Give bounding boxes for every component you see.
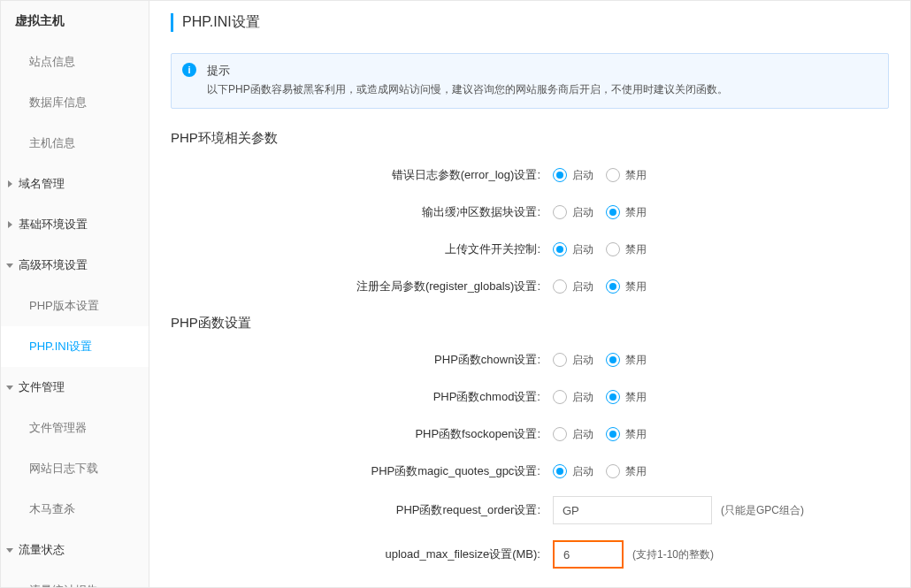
sidebar-parent-4[interactable]: 基础环境设置 [1,204,149,245]
sidebar-item-9[interactable]: 文件管理器 [1,408,149,448]
sidebar-title: 虚拟主机 [1,1,149,42]
radio-circle-icon [606,464,620,478]
sidebar-item-label: 流量状态 [19,543,65,556]
func-3-label: PHP函数magic_quotes_gpc设置: [171,463,553,479]
func-3-radio-on[interactable]: 启动 [553,464,593,479]
radio-label: 禁用 [625,464,647,479]
env-0-label: 错误日志参数(error_log)设置: [171,167,553,183]
hint-text: 以下PHP函数容易被黑客利用，或造成网站访问慢，建议咨询您的网站服务商后开启，不… [207,82,876,97]
env-1-radio-off[interactable]: 禁用 [606,205,647,220]
env-3-label: 注册全局参数(register_globals)设置: [171,279,553,294]
radio-circle-icon [553,464,567,478]
radio-label: 启动 [572,390,593,405]
env-0-radio-group: 启动禁用 [553,168,647,183]
func-2-radio-off[interactable]: 禁用 [606,427,647,442]
func-0-row: PHP函数chown设置:启动禁用 [171,347,889,372]
radio-label: 禁用 [625,279,647,294]
sidebar-item-label: 基础环境设置 [19,218,88,231]
sidebar-item-1[interactable]: 数据库信息 [1,82,149,123]
section-func-title: PHP函数设置 [171,315,889,332]
env-2-row: 上传文件开关控制:启动禁用 [171,237,889,262]
upload-max-input[interactable] [553,540,624,569]
request-order-row: PHP函数request_order设置: (只能是GPC组合) [171,496,889,524]
func-3-row: PHP函数magic_quotes_gpc设置:启动禁用 [171,459,889,484]
env-2-label: 上传文件开关控制: [171,241,553,257]
env-1-radio-on[interactable]: 启动 [553,205,593,220]
radio-label: 启动 [572,168,593,183]
env-3-radio-off[interactable]: 禁用 [606,279,647,294]
sidebar-item-7[interactable]: PHP.INI设置 [1,326,149,367]
radio-label: 禁用 [625,242,647,257]
radio-label: 启动 [572,464,593,479]
radio-label: 禁用 [625,353,647,368]
chevron-right-icon [6,221,13,228]
radio-circle-icon [553,427,567,441]
env-1-row: 输出缓冲区数据块设置:启动禁用 [171,200,889,225]
env-3-radio-on[interactable]: 启动 [553,279,593,294]
chevron-right-icon [6,180,13,187]
func-2-radio-on[interactable]: 启动 [553,427,593,442]
sidebar-item-13[interactable]: 流量统计报告 [1,570,149,587]
sidebar-item-0[interactable]: 站点信息 [1,42,149,82]
radio-circle-icon [606,168,620,182]
env-0-row: 错误日志参数(error_log)设置:启动禁用 [171,163,889,187]
request-order-label: PHP函数request_order设置: [171,502,553,518]
func-1-row: PHP函数chmod设置:启动禁用 [171,385,889,409]
func-1-label: PHP函数chmod设置: [171,389,553,405]
func-0-radio-off[interactable]: 禁用 [606,353,647,368]
chevron-down-icon [6,262,13,269]
info-icon: i [182,63,196,77]
svg-marker-4 [6,548,13,553]
svg-marker-1 [8,221,12,228]
hint-box: i 提示 以下PHP函数容易被黑客利用，或造成网站访问慢，建议咨询您的网站服务商… [171,53,889,109]
svg-marker-0 [8,180,12,187]
main-content: PHP.INI设置 i 提示 以下PHP函数容易被黑客利用，或造成网站访问慢，建… [149,1,910,587]
sidebar-item-6[interactable]: PHP版本设置 [1,286,149,326]
radio-circle-icon [553,279,567,294]
sidebar-parent-8[interactable]: 文件管理 [1,367,149,408]
sidebar-item-2[interactable]: 主机信息 [1,123,149,164]
sidebar-parent-5[interactable]: 高级环境设置 [1,245,149,286]
request-order-help: (只能是GPC组合) [721,503,804,518]
func-1-radio-group: 启动禁用 [553,390,647,405]
env-3-radio-group: 启动禁用 [553,279,647,294]
sidebar-parent-12[interactable]: 流量状态 [1,530,149,570]
radio-label: 启动 [572,427,593,442]
env-1-label: 输出缓冲区数据块设置: [171,204,553,220]
radio-circle-icon [606,205,620,219]
radio-circle-icon [553,205,567,219]
func-1-radio-off[interactable]: 禁用 [606,390,647,405]
env-0-radio-off[interactable]: 禁用 [606,168,647,183]
radio-circle-icon [553,168,567,182]
func-1-radio-on[interactable]: 启动 [553,390,593,405]
env-2-radio-on[interactable]: 启动 [553,242,593,257]
sidebar-item-11[interactable]: 木马查杀 [1,489,149,530]
sidebar-item-label: 高级环境设置 [19,258,88,271]
radio-circle-icon [606,353,620,367]
radio-circle-icon [606,279,620,294]
request-order-input[interactable] [553,496,712,524]
func-3-radio-group: 启动禁用 [553,464,647,479]
chevron-down-icon [6,546,13,554]
radio-circle-icon [606,427,620,441]
func-2-label: PHP函数fsockopen设置: [171,426,553,442]
func-0-radio-on[interactable]: 启动 [553,353,593,368]
func-3-radio-off[interactable]: 禁用 [606,464,647,479]
func-2-row: PHP函数fsockopen设置:启动禁用 [171,422,889,447]
env-2-radio-off[interactable]: 禁用 [606,242,647,257]
radio-label: 启动 [572,279,593,294]
radio-label: 禁用 [625,390,647,405]
sidebar-parent-3[interactable]: 域名管理 [1,164,149,204]
sidebar-item-10[interactable]: 网站日志下载 [1,448,149,489]
radio-label: 禁用 [625,427,647,442]
radio-circle-icon [606,390,620,404]
radio-label: 禁用 [625,168,647,183]
env-3-row: 注册全局参数(register_globals)设置:启动禁用 [171,274,889,299]
env-0-radio-on[interactable]: 启动 [553,168,593,183]
radio-label: 启动 [572,242,593,257]
radio-label: 禁用 [625,205,647,220]
radio-circle-icon [553,242,567,256]
env-2-radio-group: 启动禁用 [553,242,647,257]
radio-circle-icon [606,242,620,256]
radio-circle-icon [553,353,567,367]
